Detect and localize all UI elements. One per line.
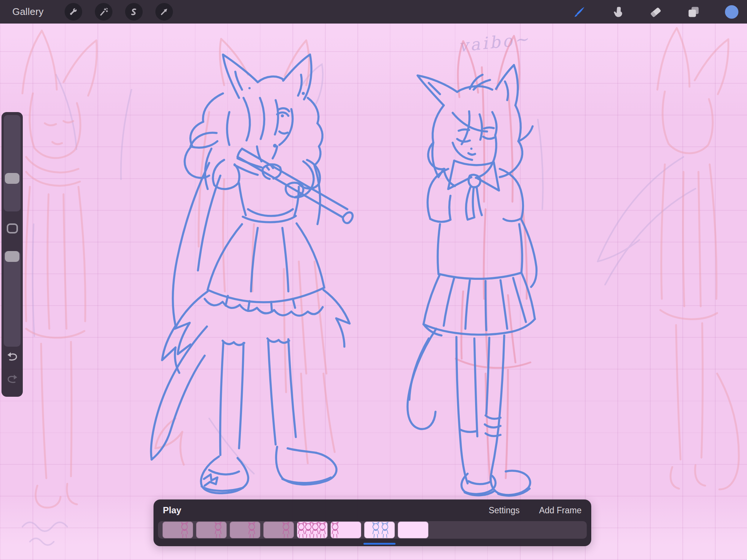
frame-thumbnail[interactable] — [230, 522, 260, 538]
frame-art — [162, 522, 193, 538]
onion-skin-right-character — [456, 36, 530, 482]
frame-art — [398, 522, 428, 538]
toolbar-right-group — [572, 5, 739, 19]
color-picker-button[interactable] — [725, 5, 739, 19]
frame-thumbnail[interactable] — [398, 522, 428, 538]
canvas-artwork: vaibo~ — [0, 0, 747, 560]
redo-button[interactable] — [6, 374, 19, 385]
frame-thumbnail[interactable] — [364, 522, 395, 538]
frame-art — [263, 522, 294, 538]
transform-arrow-icon — [159, 7, 169, 17]
undo-icon — [6, 352, 18, 362]
brush-size-slider[interactable] — [4, 115, 21, 211]
drawing-canvas[interactable]: vaibo~ — [0, 0, 747, 560]
animation-timeline-panel: Play Settings Add Frame — [154, 499, 591, 546]
selected-frame-indicator — [363, 543, 396, 545]
top-toolbar: Gallery — [0, 0, 747, 24]
selection-button[interactable] — [125, 3, 143, 21]
brush-size-handle[interactable] — [5, 173, 19, 184]
frame-thumbnail[interactable] — [196, 522, 227, 538]
undo-button[interactable] — [6, 351, 19, 362]
onion-skin-left-figure — [22, 31, 97, 508]
timeline-title-row: Play Settings Add Frame — [154, 499, 591, 521]
transform-button[interactable] — [155, 3, 173, 21]
color-swatch — [725, 5, 738, 19]
frame-art — [297, 522, 328, 538]
modify-button[interactable] — [7, 223, 18, 233]
frame-strip[interactable] — [158, 521, 587, 539]
frame-art — [230, 522, 260, 538]
sketch-left-character — [151, 55, 353, 493]
paint-tool-button[interactable] — [572, 5, 586, 19]
magic-wand-icon — [99, 7, 108, 17]
smudge-tool-button[interactable] — [610, 5, 624, 19]
actions-button[interactable] — [65, 3, 82, 21]
gallery-button[interactable]: Gallery — [12, 6, 44, 18]
add-frame-button[interactable]: Add Frame — [539, 505, 582, 516]
play-button[interactable]: Play — [163, 505, 181, 516]
layers-icon — [686, 5, 701, 19]
frame-thumbnail[interactable] — [297, 522, 328, 538]
eraser-tool-button[interactable] — [648, 5, 663, 19]
sketch-right-character — [407, 65, 536, 496]
brush-icon — [572, 4, 586, 19]
smudge-icon — [610, 5, 624, 19]
frame-thumbnail[interactable] — [162, 522, 193, 538]
onion-skin-right-figure — [657, 28, 739, 489]
frame-art — [196, 522, 227, 538]
selection-s-icon — [129, 7, 139, 17]
adjustments-button[interactable] — [95, 3, 112, 21]
opacity-slider[interactable] — [4, 251, 21, 347]
frame-art — [364, 522, 395, 538]
toolbar-left-group: Gallery — [12, 3, 173, 21]
brush-sidebar — [1, 112, 23, 397]
wrench-icon — [68, 7, 78, 17]
redo-icon — [6, 374, 18, 384]
lavender-undersketch — [22, 64, 695, 545]
frame-thumbnail[interactable] — [331, 522, 361, 538]
frame-art — [331, 522, 361, 538]
opacity-handle[interactable] — [5, 251, 19, 262]
settings-button[interactable]: Settings — [489, 505, 520, 516]
layers-button[interactable] — [686, 5, 701, 19]
eraser-icon — [648, 5, 663, 19]
frame-thumbnail[interactable] — [263, 522, 294, 538]
procreate-window: vaibo~ — [0, 0, 747, 560]
